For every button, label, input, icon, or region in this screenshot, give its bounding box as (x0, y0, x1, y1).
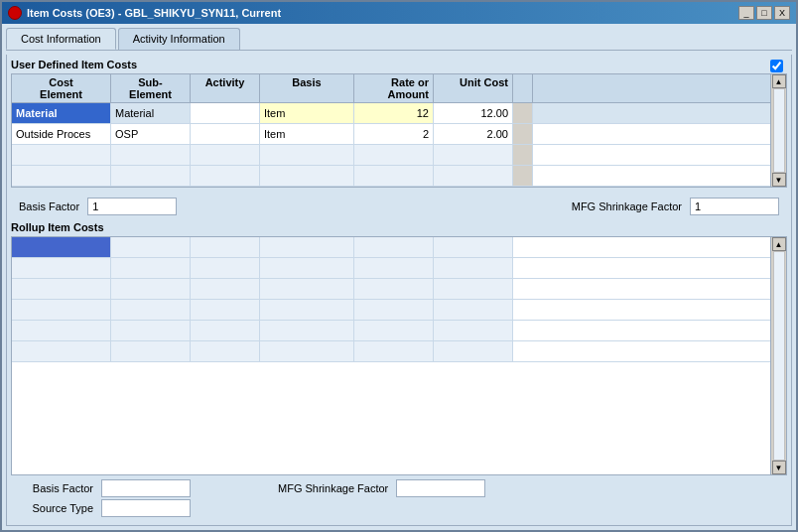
bottom-basis-factor-input[interactable] (101, 479, 191, 497)
scrollbar-down-button[interactable]: ▼ (772, 173, 786, 187)
table-row[interactable] (12, 341, 770, 362)
rollup-cell-2-4[interactable] (260, 258, 354, 278)
table-row[interactable] (12, 237, 770, 258)
rollup-cell-1-5[interactable] (354, 237, 434, 257)
rollup-cell-6-2[interactable] (111, 341, 191, 361)
close-button[interactable]: X (774, 6, 790, 20)
table-row[interactable] (12, 300, 770, 321)
rollup-cell-2-2[interactable] (111, 258, 191, 278)
minimize-button[interactable]: _ (738, 6, 754, 20)
rollup-cell-1-4[interactable] (260, 237, 354, 257)
rollup-scrollbar-down-button[interactable]: ▼ (772, 461, 786, 474)
table-row[interactable] (12, 258, 770, 279)
rollup-cell-2-5[interactable] (354, 258, 434, 278)
cell-unit-cost-2[interactable]: 2.00 (434, 124, 513, 144)
cell-rate-amount-4[interactable] (354, 166, 434, 186)
rollup-cell-4-6[interactable] (434, 300, 513, 320)
cell-scroll-1 (513, 103, 533, 123)
rollup-scrollbar-up-button[interactable]: ▲ (772, 237, 786, 251)
bottom-mfg-shrinkage-input[interactable] (396, 479, 485, 497)
rollup-cell-5-3[interactable] (191, 321, 260, 340)
cell-sub-element-3[interactable] (111, 145, 191, 165)
table-row[interactable]: Outside Proces OSP Item 2 2.00 (12, 124, 770, 145)
cell-sub-element-2[interactable]: OSP (111, 124, 191, 144)
rollup-cell-3-1[interactable] (12, 279, 111, 299)
rollup-cell-4-1[interactable] (12, 300, 111, 320)
tab-cost-information[interactable]: Cost Information (6, 28, 116, 50)
rollup-cell-1-2[interactable] (111, 237, 191, 257)
title-bar: Item Costs (OE3) - GBL_SHIKYU_SYN11, Cur… (2, 2, 796, 24)
cell-activity-4[interactable] (191, 166, 260, 186)
rollup-cell-2-3[interactable] (191, 258, 260, 278)
col-header-basis: Basis (260, 74, 354, 102)
cell-cost-element-3[interactable] (12, 145, 111, 165)
rollup-cell-6-1[interactable] (12, 341, 111, 361)
bottom-source-row: Source Type (19, 499, 779, 517)
basis-factor-input[interactable] (87, 198, 177, 215)
rollup-cell-3-2[interactable] (111, 279, 191, 299)
rollup-cell-2-1[interactable] (12, 258, 111, 278)
table-row[interactable] (12, 166, 770, 187)
title-bar-left: Item Costs (OE3) - GBL_SHIKYU_SYN11, Cur… (8, 6, 281, 20)
table-row[interactable] (12, 321, 770, 341)
cell-basis-1[interactable]: Item (260, 103, 354, 123)
rollup-cell-5-4[interactable] (260, 321, 354, 340)
mfg-shrinkage-input[interactable] (690, 198, 779, 215)
rollup-cell-3-4[interactable] (260, 279, 354, 299)
cell-unit-cost-3[interactable] (434, 145, 513, 165)
user-defined-label: User Defined Item Costs (11, 59, 137, 70)
rollup-cell-4-3[interactable] (191, 300, 260, 320)
restore-button[interactable]: □ (756, 6, 772, 20)
rollup-cell-5-1[interactable] (12, 321, 111, 340)
rollup-cell-4-4[interactable] (260, 300, 354, 320)
cell-scroll-2 (513, 124, 533, 144)
rollup-cell-1-6[interactable] (434, 237, 513, 257)
mfg-shrinkage-label: MFG Shrinkage Factor (572, 200, 682, 212)
tab-activity-information[interactable]: Activity Information (118, 28, 240, 50)
rollup-cell-3-3[interactable] (191, 279, 260, 299)
cell-activity-1[interactable] (191, 103, 260, 123)
bottom-basis-factor-label: Basis Factor (19, 482, 93, 494)
rollup-cell-1-1[interactable] (12, 237, 111, 257)
bottom-basis-row: Basis Factor MFG Shrinkage Factor (19, 479, 779, 497)
rollup-cell-3-5[interactable] (354, 279, 434, 299)
rollup-cell-6-6[interactable] (434, 341, 513, 361)
rollup-cell-6-5[interactable] (354, 341, 434, 361)
rollup-cell-6-4[interactable] (260, 341, 354, 361)
table-row[interactable] (12, 279, 770, 300)
scrollbar-track-upper (773, 88, 785, 173)
cell-basis-4[interactable] (260, 166, 354, 186)
cell-sub-element-1[interactable]: Material (111, 103, 191, 123)
cell-cost-element-1[interactable]: Material (12, 103, 111, 123)
cell-unit-cost-1[interactable]: 12.00 (434, 103, 513, 123)
rollup-cell-2-6[interactable] (434, 258, 513, 278)
rollup-cell-3-6[interactable] (434, 279, 513, 299)
cell-activity-3[interactable] (191, 145, 260, 165)
rollup-cell-4-5[interactable] (354, 300, 434, 320)
table-row[interactable] (12, 145, 770, 166)
source-type-input[interactable] (101, 499, 191, 517)
rollup-cell-5-5[interactable] (354, 321, 434, 340)
cell-basis-3[interactable] (260, 145, 354, 165)
rollup-section: Rollup Item Costs (11, 221, 787, 521)
user-defined-checkbox[interactable] (770, 60, 783, 72)
rollup-cell-5-2[interactable] (111, 321, 191, 340)
cell-unit-cost-4[interactable] (434, 166, 513, 186)
cell-rate-amount-3[interactable] (354, 145, 434, 165)
cell-sub-element-4[interactable] (111, 166, 191, 186)
cell-cost-element-4[interactable] (12, 166, 111, 186)
rollup-cell-1-3[interactable] (191, 237, 260, 257)
rollup-cell-6-3[interactable] (191, 341, 260, 361)
rollup-cell-5-6[interactable] (434, 321, 513, 340)
rollup-cell-4-2[interactable] (111, 300, 191, 320)
cell-rate-amount-1[interactable]: 12 (354, 103, 434, 123)
cell-activity-2[interactable] (191, 124, 260, 144)
cell-rate-amount-2[interactable]: 2 (354, 124, 434, 144)
cell-cost-element-2[interactable]: Outside Proces (12, 124, 111, 144)
table-row[interactable]: Material Material Item 12 12.00 (12, 103, 770, 124)
col-header-rate-amount: Rate orAmount (354, 74, 434, 102)
tab-bar: Cost Information Activity Information (6, 28, 792, 51)
bottom-mfg-shrinkage-label: MFG Shrinkage Factor (278, 482, 388, 494)
scrollbar-up-button[interactable]: ▲ (772, 74, 786, 88)
cell-basis-2[interactable]: Item (260, 124, 354, 144)
